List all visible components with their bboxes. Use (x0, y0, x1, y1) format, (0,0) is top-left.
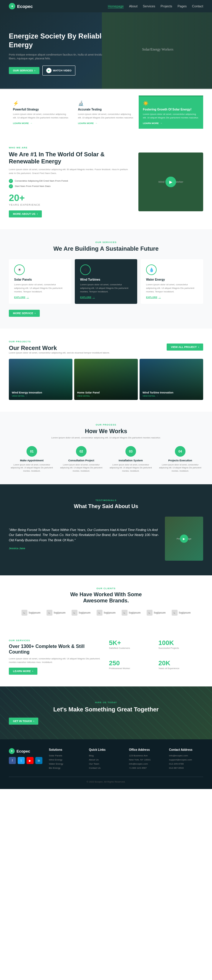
stats-title: Over 1300+ Complete Work & Still Countin… (9, 644, 103, 655)
services-grid: ☀ Solar Panels Lorem ipsum dolor sit ame… (9, 259, 203, 304)
footer-link-2-3[interactable]: +1 800 123 4567 (129, 767, 163, 769)
video-button[interactable]: ▶ WATCH VIDEO (42, 65, 75, 76)
footer-link-3-0[interactable]: info@ecopec.com (169, 754, 203, 757)
linkedin-icon[interactable]: in (35, 757, 42, 764)
footer-link-1-1[interactable]: About Us (89, 759, 123, 761)
cta-button[interactable]: GET IN TOUCH (9, 718, 38, 725)
service-card-2: 💧 Water Energy Lorem ipsum dolor sit ame… (141, 259, 203, 304)
step-desc-1: Lorem ipsum dolor sit amet, consectetur … (58, 463, 104, 473)
footer-link-0-2[interactable]: Water Energy (49, 762, 83, 765)
service-icon-2: 💧 (146, 264, 157, 275)
nav-link-projects[interactable]: Projects (161, 5, 172, 8)
footer-col-title-2: Office Address (129, 748, 163, 751)
about-title: We Are #1 In The World Of Solar & Renewa… (9, 151, 130, 165)
partner-icon-5: L (147, 610, 153, 616)
step-title-2: Installation System (108, 459, 154, 462)
project-link-0[interactable]: VIEW DETAIL (12, 395, 69, 397)
feature-icon-1: 🔬 (78, 100, 134, 106)
footer-logo: ✦ Ecopec (9, 748, 43, 754)
nav-link-homepage[interactable]: Homepage (108, 5, 124, 8)
footer-link-2-0[interactable]: 123 Business Ave (129, 754, 163, 757)
footer-col-1: Quick Links Blog About Us Our Team Conta… (89, 748, 123, 771)
youtube-icon[interactable]: ▶ (27, 757, 34, 764)
feature-link-0[interactable]: LEARN MORE (13, 122, 69, 125)
partner-icon-1: L (47, 610, 52, 616)
nav-link-about[interactable]: About (129, 5, 138, 8)
projects-section: OUR PROJECTS Our Recent Work Lorem ipsum… (0, 329, 212, 412)
stat-item-label-1: Successful Projects (158, 647, 203, 649)
service-link-1[interactable]: EXPLORE (80, 296, 132, 299)
project-card-0[interactable]: Wind Energy Innovation VIEW DETAIL (9, 359, 72, 400)
nav-link-contact[interactable]: Contact (192, 5, 203, 8)
play-icon: ▶ (46, 68, 51, 73)
footer-link-2-2[interactable]: info@ecopec.com (129, 762, 163, 765)
step-desc-3: Lorem ipsum dolor sit amet, consectetur … (157, 463, 203, 473)
footer-brand-col: ✦ Ecopec f t ▶ in (9, 748, 43, 771)
project-bg-1: Home Solar Panel VIEW DETAIL (74, 359, 138, 400)
stat-big-num-3: 20K (158, 659, 203, 667)
nav-link-pages[interactable]: Pages (178, 5, 187, 8)
cta-title: Let's Make Something Great Together (9, 706, 203, 713)
footer-link-0-3[interactable]: Bio Energy (49, 767, 83, 769)
stats-right: 5K+ Satisfied Customers 100K Successful … (109, 639, 203, 675)
project-card-2[interactable]: Wind Turbine Innovation VIEW DETAIL (140, 359, 203, 400)
footer-col-2: Office Address 123 Business Ave New York… (129, 748, 163, 771)
stats-learn-btn[interactable]: LEARN MORE (9, 668, 37, 675)
about-play-btn[interactable]: ▶ (165, 177, 176, 187)
footer-link-1-0[interactable]: Blog (89, 754, 123, 757)
footer-link-0-1[interactable]: Wind Energy (49, 759, 83, 761)
stat-item-0: 5K+ Satisfied Customers (109, 639, 154, 655)
about-desc: Lorem ipsum dolor sit amet, consectetur … (9, 168, 130, 175)
footer-col-0: Solutions Solar Panels Wind Energy Water… (49, 748, 83, 771)
partner-icon-0: L (21, 610, 27, 616)
service-title-2: Water Energy (146, 278, 198, 281)
check-icon-1: ✓ (9, 184, 13, 188)
footer-bottom: © 2023 Ecopec. All Rights Reserved. (9, 777, 203, 783)
project-card-1[interactable]: Home Solar Panel VIEW DETAIL (74, 359, 138, 400)
stat-item-2: 250 Professional Worker (109, 659, 154, 675)
service-link-0[interactable]: EXPLORE (14, 296, 66, 299)
process-step-1: 02 Consultation Project Lorem ipsum dolo… (58, 446, 104, 473)
services-button[interactable]: OUR SERVICES (9, 67, 39, 74)
footer-link-1-3[interactable]: Contact Us (89, 767, 123, 769)
feature-title-1: Accurate Testing (78, 108, 134, 111)
testimonial-play-btn[interactable]: ▶ (180, 535, 188, 543)
service-link-2[interactable]: EXPLORE (146, 296, 198, 299)
project-label-1: Home Solar Panel VIEW DETAIL (74, 388, 138, 400)
feature-link-1[interactable]: LEARN MORE (78, 122, 134, 125)
stats-label: OUR SERVICES (9, 639, 103, 642)
feature-link-2[interactable]: LEARN MORE (143, 122, 199, 125)
project-title-2: Wind Turbine Innovation (143, 391, 200, 394)
footer-link-3-1[interactable]: support@ecopec.com (169, 759, 203, 761)
feature-card-0: ⚡ Powerfull Strategy Lorem ipsum dolor s… (9, 95, 73, 129)
partner-icon-4: L (122, 610, 127, 616)
more-service-button[interactable]: MORE SERVICE (9, 310, 40, 317)
step-title-3: Projects Execution (157, 459, 203, 462)
footer-link-0-0[interactable]: Solar Panels (49, 754, 83, 757)
project-link-1[interactable]: VIEW DETAIL (77, 395, 135, 397)
projects-grid: Wind Energy Innovation VIEW DETAIL Home … (9, 359, 203, 400)
project-link-2[interactable]: VIEW DETAIL (143, 395, 200, 397)
nav-link-services[interactable]: Services (143, 5, 155, 8)
hero-section: Energize Society By Reliable Energy Port… (0, 12, 212, 89)
navbar: ✦ Ecopec Homepage About Services Project… (0, 0, 212, 12)
footer-link-1-2[interactable]: Our Team (89, 762, 123, 765)
partners-title: We Have Worked With Some Awesome Brands. (9, 592, 203, 604)
footer-link-3-3[interactable]: 012-987-6543 (169, 767, 203, 769)
process-desc: Lorem ipsum dolor sit amet, consectetur … (9, 436, 203, 439)
stat-big-num-1: 100K (158, 639, 203, 647)
services-title: We Are Building A Sustainable Future (9, 245, 203, 252)
view-all-button[interactable]: VIEW ALL PROJECT (167, 344, 203, 350)
footer-link-3-2[interactable]: 012-345-6789 (169, 762, 203, 765)
testimonial-image: Person Image ▶ (165, 517, 203, 561)
twitter-icon[interactable]: t (18, 757, 25, 764)
footer-logo-icon: ✦ (9, 748, 15, 754)
facebook-icon[interactable]: f (9, 757, 16, 764)
footer-link-2-1[interactable]: New York, NY 10001 (129, 759, 163, 761)
testimonial-author: Jessica Jane (9, 547, 159, 550)
projects-label: OUR PROJECTS (9, 340, 110, 343)
about-btn[interactable]: MORE ABOUT US (9, 210, 42, 218)
project-label-0: Wind Energy Innovation VIEW DETAIL (9, 388, 72, 400)
hero-title: Energize Society By Reliable Energy (9, 32, 106, 49)
step-title-0: Make Appointment (9, 459, 55, 462)
